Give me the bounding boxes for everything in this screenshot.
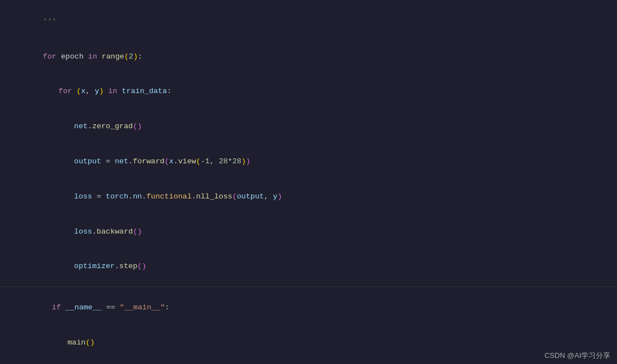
line-for-epoch: for epoch in range(2): xyxy=(7,40,610,75)
code-area[interactable]: ''' for epoch in range(2): for (x, y) in… xyxy=(0,0,617,287)
bottom-bar: if __name__ == "__main__": main() CSDN @… xyxy=(0,287,617,364)
line-optimizer-step: optimizer.step() xyxy=(7,249,610,284)
line-if-main: if __name__ == "__main__": xyxy=(7,290,544,326)
line-for-xy: for (x, y) in train_data: xyxy=(7,75,610,110)
line-loss: loss = torch.nn.functional.nll_loss(outp… xyxy=(7,179,610,215)
line-triple-quote-open: ''' xyxy=(7,4,610,40)
line-loss-backward: loss.backward() xyxy=(7,215,610,250)
line-output: output = net.forward(x.view(-1, 28*28)) xyxy=(7,144,610,179)
watermark: CSDN @AI学习分享 xyxy=(544,351,610,361)
bottom-code: if __name__ == "__main__": main() xyxy=(7,290,544,361)
code-editor: ''' for epoch in range(2): for (x, y) in… xyxy=(0,0,617,364)
line-net-zero: net.zero_grad() xyxy=(7,109,610,144)
code-content: ''' for epoch in range(2): for (x, y) in… xyxy=(0,0,617,287)
line-main-call: main() xyxy=(7,326,544,361)
